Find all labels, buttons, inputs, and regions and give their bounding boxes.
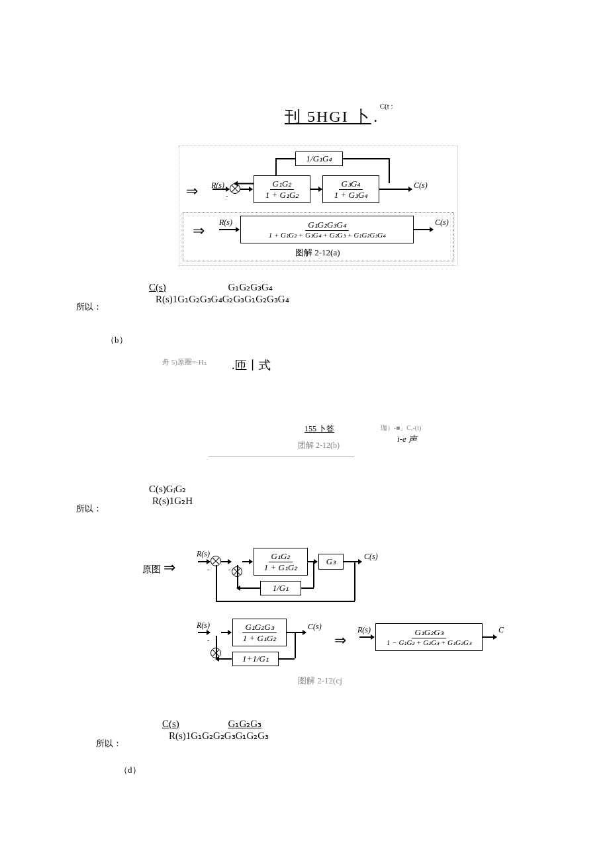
line1-b: 155 卜答 bbox=[304, 423, 334, 435]
c1-box2: G₃ bbox=[318, 554, 344, 570]
line bbox=[482, 636, 496, 638]
c2-fb: 1+1/G₁ bbox=[232, 652, 279, 666]
line bbox=[212, 189, 229, 190]
line2-b: 珈）-■」C,-(t) bbox=[381, 423, 421, 433]
den-c: R(s)1G₁G₂G₂G₃G₁G₂G₃ bbox=[169, 730, 269, 741]
box2-a: G₃G₄ 1 + G₃G₄ bbox=[322, 175, 379, 203]
result-b: C(s)GᵢG₂ R(s)1G₂H bbox=[149, 483, 193, 507]
output-label-a: C(s) bbox=[414, 181, 428, 191]
line bbox=[198, 561, 210, 562]
result-c: C(s) G₁G₂G₃ R(s)1G₁G₂G₂G₃G₁G₂G₃ bbox=[162, 718, 269, 742]
line bbox=[307, 561, 317, 562]
line bbox=[379, 189, 412, 190]
num-a: G₁G₂G₃G₄ bbox=[228, 282, 273, 292]
line bbox=[242, 561, 252, 562]
yuantu: 原图 ⇒ bbox=[142, 559, 175, 576]
line bbox=[313, 561, 314, 587]
line bbox=[295, 632, 296, 658]
line bbox=[216, 565, 217, 601]
line bbox=[240, 189, 252, 190]
box1-a: G₁G₂ 1 + G₁G₂ bbox=[254, 175, 310, 203]
header-line: 刊 5HGI 卜 . C(t : bbox=[285, 106, 393, 127]
c1-box1: G₁G₂ 1 + G₁G₂ bbox=[254, 548, 308, 576]
line bbox=[234, 183, 254, 185]
divider-b bbox=[209, 456, 354, 457]
line bbox=[278, 658, 295, 660]
c2-box1: G₁G₂G₃ 1 + G₁G₂ bbox=[232, 619, 287, 646]
diagram-c-container: 原图 ⇒ R(s) - - G₁G₂ 1 + G₁G₂ G₃ C(s) 1/G₁… bbox=[142, 542, 487, 695]
input-c3: R(s) bbox=[357, 625, 371, 635]
diagram-a-container: ⇒ R(s) - 1/G₁G₄ G₁G₂ 1 + G₁G₂ G₃G₄ 1 + G… bbox=[179, 146, 458, 266]
line bbox=[343, 561, 361, 562]
input-c2: R(s) bbox=[197, 621, 210, 630]
line bbox=[354, 561, 355, 601]
c1-fb: 1/G₁ bbox=[260, 581, 301, 595]
cs-a: C(s) bbox=[149, 282, 166, 292]
minus-sign: - bbox=[226, 193, 228, 200]
minus-c1: - bbox=[207, 566, 209, 573]
note2-b: .匝丨式 bbox=[232, 357, 271, 373]
den-a: R(s)1G₁G₂G₃G₄G₂G₃G₁G₂G₃G₄ bbox=[156, 294, 289, 304]
output-c2: C(s) bbox=[308, 622, 322, 632]
step2-box-a: G₁G₂G₃G₄ 1 + G₁G₂ + G₃G₄ + G₂G₃ + G₁G₂G₃… bbox=[240, 216, 414, 243]
marker-d: （d） bbox=[119, 764, 141, 776]
header-title: 刊 5HGI 卜 bbox=[285, 108, 371, 125]
step2-output: C(s) bbox=[435, 218, 449, 228]
line bbox=[301, 587, 314, 589]
line3-b: i-e 声 bbox=[397, 433, 417, 445]
label-b: 所以： bbox=[76, 503, 102, 515]
line bbox=[286, 632, 306, 633]
line bbox=[219, 229, 239, 230]
line bbox=[198, 632, 210, 633]
fb-box-a: 1/G₁G₄ bbox=[295, 152, 343, 166]
line bbox=[221, 632, 231, 633]
caption-c: 图解 2-12(cj bbox=[298, 675, 342, 687]
line bbox=[275, 158, 295, 159]
output-c3: C bbox=[498, 625, 504, 635]
label-c: 所以： bbox=[96, 738, 122, 750]
header-sup: C(t : bbox=[380, 102, 393, 110]
minus-c3: - bbox=[207, 636, 209, 644]
c3-box: G₁G₂G₃ 1 − G₁G₂ + G₂G₃ + G₁G₂G₃ bbox=[375, 623, 483, 651]
line bbox=[237, 587, 260, 589]
arrow-c3: ⇒ bbox=[334, 632, 346, 649]
step2-input: R(s) bbox=[219, 218, 232, 228]
label-a: 所以： bbox=[76, 301, 102, 313]
line bbox=[221, 561, 231, 562]
num-b: C(s)GᵢG₂ bbox=[149, 484, 187, 494]
arrow-step2: ⇒ bbox=[193, 222, 205, 239]
line bbox=[216, 601, 355, 602]
caption-b: 团解 2-12(b) bbox=[298, 440, 340, 451]
cs-c: C(s) bbox=[162, 718, 179, 729]
line bbox=[389, 158, 390, 183]
line bbox=[310, 189, 322, 190]
note1-b: 舟 5)原圈=-H₁ bbox=[162, 357, 207, 367]
line bbox=[342, 158, 389, 159]
den-b: R(s)1G₂H bbox=[152, 496, 193, 506]
minus-c2: - bbox=[228, 566, 230, 573]
num-c: G₁G₂G₃ bbox=[228, 718, 262, 729]
input-c1: R(s) bbox=[197, 549, 210, 559]
line bbox=[359, 636, 374, 638]
result-a: C(s) G₁G₂G₃G₄ R(s)1G₁G₂G₃G₄G₂G₃G₁G₂G₃G₄ bbox=[149, 281, 289, 305]
line bbox=[237, 565, 238, 587]
line bbox=[413, 229, 433, 230]
arrow-step1: ⇒ bbox=[186, 183, 198, 200]
marker-b: （b） bbox=[106, 334, 128, 346]
output-c1: C(s) bbox=[364, 552, 378, 562]
line bbox=[216, 636, 217, 658]
caption-a: 图解 2-12(a) bbox=[295, 247, 340, 259]
line bbox=[216, 658, 232, 660]
header-dot: . bbox=[373, 108, 377, 125]
